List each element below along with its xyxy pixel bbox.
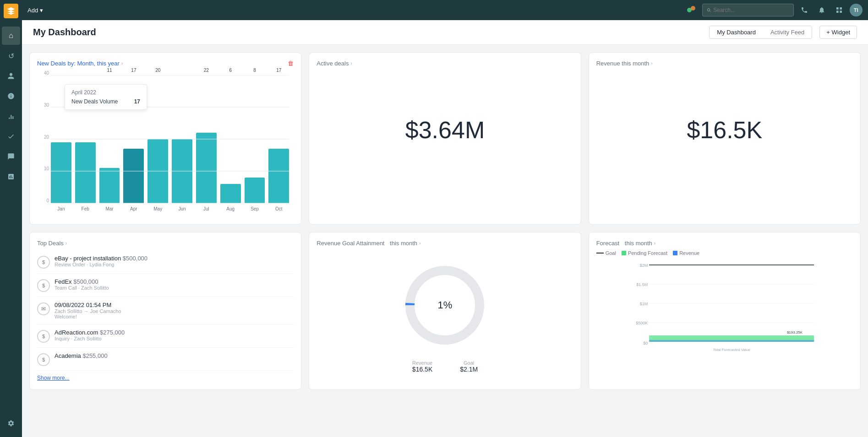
dashboard-grid: New Deals by: Month, this year › 🗑 40 30…: [22, 45, 868, 397]
deal-dollar-icon: $: [37, 330, 50, 343]
sidebar-item-chat[interactable]: [2, 147, 20, 166]
pending-forecast-box-icon: [622, 251, 626, 255]
chevron-right-icon: ›: [419, 241, 420, 246]
svg-text:$500K: $500K: [636, 321, 648, 325]
donut-chart: 1%: [399, 259, 491, 351]
chevron-right-icon: ›: [66, 241, 67, 246]
grid-icon[interactable]: [832, 3, 846, 17]
bar-oct[interactable]: 17 Oct: [268, 75, 289, 203]
svg-text:$1.5M: $1.5M: [636, 282, 648, 287]
active-deals-card: Active deals › $3.64M: [309, 52, 581, 225]
tooltip-month: April 2022: [71, 89, 140, 96]
active-deals-value: $3.64M: [317, 70, 573, 189]
chart-container: 40 30 20 10 0 April 2022 New Deals Volum…: [37, 70, 294, 217]
revenue-box-icon: [673, 251, 677, 255]
avatar[interactable]: TI: [850, 4, 863, 16]
deal-dollar-icon: $: [37, 279, 50, 292]
goal-stat: Goal $2.1M: [460, 360, 478, 373]
sidebar-item-leaderboard[interactable]: [2, 107, 20, 125]
search-box[interactable]: [702, 4, 794, 16]
svg-point-1: [691, 6, 695, 11]
svg-text:$193.25K: $193.25K: [787, 330, 803, 334]
search-icon: [706, 7, 711, 13]
donut-percentage: 1%: [438, 299, 453, 311]
sidebar: ⌂ ↺: [0, 0, 22, 437]
deal-dollar-icon: $: [37, 256, 50, 269]
new-deals-title: New Deals by: Month, this year › 🗑: [37, 60, 294, 67]
tooltip-label: New Deals Volume: [71, 98, 118, 105]
new-deals-card: New Deals by: Month, this year › 🗑 40 30…: [29, 52, 301, 225]
y-axis: 40 30 20 10 0: [37, 70, 51, 203]
chevron-right-icon: ›: [654, 241, 655, 246]
connect-icon[interactable]: [684, 3, 699, 17]
svg-text:$0: $0: [643, 341, 648, 345]
app-logo[interactable]: [4, 4, 18, 18]
sidebar-item-deals[interactable]: [2, 87, 20, 105]
search-input[interactable]: [713, 7, 790, 13]
deal-email-icon: ✉: [37, 302, 50, 315]
revenue-goal-card: Revenue Goal Attainment this month › 1%: [309, 232, 581, 390]
active-deals-title: Active deals ›: [317, 60, 573, 67]
chevron-right-icon: ›: [651, 61, 652, 66]
bar-sep[interactable]: 8 Sep: [245, 75, 265, 203]
topbar: Add ▾ TI: [22, 0, 868, 20]
bar-jun[interactable]: Jun: [172, 75, 192, 203]
goal-line-icon: [596, 253, 604, 254]
revenue-card: Revenue this month › $16.5K: [589, 52, 861, 225]
chevron-down-icon: ▾: [40, 7, 43, 14]
bell-icon[interactable]: [815, 3, 829, 17]
sidebar-item-tasks[interactable]: [2, 127, 20, 146]
deal-item-adreaction[interactable]: $ AdReaction.com $275,000 Inquiry · Zach…: [37, 324, 294, 348]
revenue-stat: Revenue $16.5K: [412, 360, 432, 373]
delete-icon[interactable]: 🗑: [288, 60, 294, 67]
page-header: My Dashboard My Dashboard Activity Feed …: [22, 20, 868, 45]
sidebar-item-reports[interactable]: [2, 167, 20, 186]
add-button[interactable]: Add ▾: [27, 7, 43, 14]
page-title: My Dashboard: [33, 27, 702, 38]
deal-item-email[interactable]: ✉ 09/08/2022 01:54 PM Zach Sollitto → Jo…: [37, 297, 294, 324]
add-widget-button[interactable]: + Widget: [819, 26, 857, 39]
forecast-svg: $2M $1.5M $1M $500K $0: [596, 261, 853, 353]
main-container: Add ▾ TI My Dashboard: [22, 0, 868, 437]
revenue-goal-title: Revenue Goal Attainment this month ›: [317, 240, 573, 247]
top-deals-card: Top Deals › $ eBay - project installatio…: [29, 232, 301, 390]
chevron-right-icon: ›: [121, 61, 123, 66]
sidebar-item-home[interactable]: ⌂: [2, 27, 20, 45]
forecast-title: Forecast this month ›: [596, 240, 853, 247]
tab-activity-feed[interactable]: Activity Feed: [763, 26, 812, 38]
tooltip-value: 17: [134, 98, 140, 105]
sidebar-item-inbox[interactable]: ↺: [2, 47, 20, 65]
sidebar-item-settings[interactable]: [2, 414, 20, 432]
new-deals-link[interactable]: New Deals by: Month, this year: [37, 60, 120, 67]
phone-icon[interactable]: [797, 3, 811, 17]
content: My Dashboard My Dashboard Activity Feed …: [22, 20, 868, 437]
revenue-value: $16.5K: [596, 70, 853, 189]
tab-group: My Dashboard Activity Feed: [709, 26, 812, 39]
chevron-right-icon: ›: [350, 61, 352, 66]
show-more-link[interactable]: Show more...: [37, 375, 70, 381]
donut-stats: Revenue $16.5K Goal $2.1M: [412, 360, 478, 373]
donut-container: 1% Revenue $16.5K Goal $2.1M: [317, 250, 573, 382]
forecast-legend: Goal Pending Forecast Revenue: [596, 250, 853, 256]
svg-text:$1M: $1M: [639, 302, 648, 306]
svg-text:$2M: $2M: [639, 263, 648, 268]
revenue-title: Revenue this month ›: [596, 60, 853, 67]
deal-item-ebay[interactable]: $ eBay - project installation $500,000 R…: [37, 250, 294, 274]
bar-aug[interactable]: 6 Aug: [220, 75, 241, 203]
top-deals-title: Top Deals ›: [37, 240, 294, 247]
tab-my-dashboard[interactable]: My Dashboard: [709, 26, 764, 39]
deal-dollar-icon: $: [37, 353, 50, 366]
bar-may[interactable]: 20 May: [147, 75, 168, 203]
forecast-card: Forecast this month › Goal Pending Forec…: [589, 232, 861, 390]
bar-jul[interactable]: 22 Jul: [196, 75, 217, 203]
sidebar-item-contacts[interactable]: [2, 67, 20, 85]
forecast-chart-area: $2M $1.5M $1M $500K $0: [596, 261, 853, 353]
svg-text:Total Forecasted Value: Total Forecasted Value: [713, 348, 750, 352]
svg-rect-21: [649, 340, 814, 342]
deal-item-academia[interactable]: $ Academia $255,000: [37, 348, 294, 371]
deal-item-fedex[interactable]: $ FedEx $500,000 Team Call · Zach Sollit…: [37, 274, 294, 297]
chart-tooltip: April 2022 New Deals Volume 17: [65, 84, 147, 110]
